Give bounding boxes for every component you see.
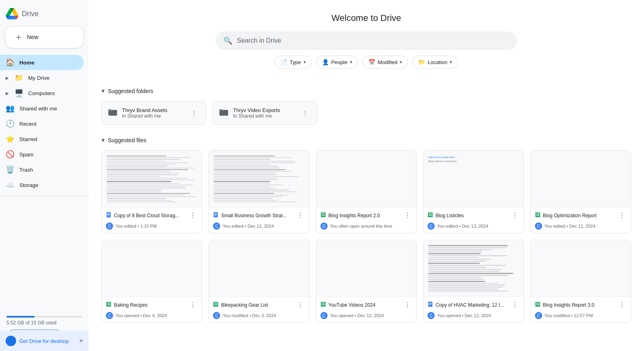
location-chevron: ▾ bbox=[450, 59, 452, 65]
folder-menu-brand[interactable]: ⋮ bbox=[189, 108, 199, 118]
logo-area: Drive bbox=[0, 3, 89, 23]
file-meta: C You edited • Dec 12, 2024 bbox=[213, 222, 305, 230]
file-meta-text: You edited • Dec 11, 2024 bbox=[545, 224, 596, 228]
folder-location-brand: In Shared with me bbox=[122, 113, 167, 119]
folder-menu-video[interactable]: ⋮ bbox=[300, 108, 310, 118]
close-desktop-bar[interactable]: × bbox=[79, 337, 83, 345]
file-meta-text: You opened • Dec 12, 2024 bbox=[330, 313, 384, 318]
svg-rect-2 bbox=[108, 109, 111, 110]
svg-rect-32 bbox=[107, 303, 110, 303]
filter-row: 📄 Type ▾ 👤 People ▾ 📅 Modified ▾ 📁 Locat… bbox=[101, 56, 631, 69]
file-title-inner: Copy of 8 Best Cloud Storag... bbox=[106, 212, 188, 219]
svg-rect-13 bbox=[321, 212, 326, 217]
svg-rect-4 bbox=[219, 109, 222, 110]
file-title-inner: YouTube Videos 2024 bbox=[320, 301, 402, 308]
folder-card-thryv-brand[interactable]: Thryv Brand Assets In Shared with me ⋮ bbox=[101, 101, 206, 125]
nav-storage[interactable]: ☁️ Storage bbox=[0, 177, 84, 193]
folder-card-thryv-video[interactable]: Thryv Video Exports In Shared with me ⋮ bbox=[213, 101, 317, 125]
file-type-icon bbox=[106, 301, 111, 308]
filter-location-label: Location bbox=[427, 59, 447, 65]
svg-rect-5 bbox=[107, 212, 111, 218]
new-button-label: New bbox=[27, 34, 38, 40]
file-type-icon bbox=[535, 301, 541, 308]
file-meta-text: You opened • Dec 4, 2024 bbox=[116, 313, 167, 318]
svg-rect-39 bbox=[214, 304, 218, 304]
svg-rect-7 bbox=[107, 214, 110, 215]
filter-people[interactable]: 👤 People ▾ bbox=[316, 56, 358, 69]
file-title-inner: Blog Insights Report 2.0 bbox=[320, 212, 402, 219]
file-preview bbox=[316, 240, 416, 297]
svg-rect-12 bbox=[215, 215, 217, 216]
file-menu[interactable]: ⋮ bbox=[295, 300, 305, 309]
file-menu[interactable]: ⋮ bbox=[295, 211, 305, 220]
nav-shared[interactable]: 👥 Shared with me bbox=[0, 101, 84, 116]
sidebar-divider bbox=[0, 196, 89, 196]
file-type-icon bbox=[427, 301, 433, 308]
file-card[interactable]: Blog Insights Report 2.0 ⋮ C You often o… bbox=[316, 150, 417, 233]
file-menu[interactable]: ⋮ bbox=[188, 211, 198, 220]
file-name: Copy of 8 Best Cloud Storag... bbox=[114, 213, 179, 218]
file-type-icon bbox=[106, 212, 111, 219]
files-grid-row2: Baking Recipes ⋮ C You opened • Dec 4, 2… bbox=[101, 240, 631, 323]
nav-recent-label: Recent bbox=[19, 121, 37, 127]
file-menu[interactable]: ⋮ bbox=[510, 300, 520, 309]
nav-my-drive[interactable]: ▶ 📁 My Drive bbox=[0, 70, 84, 85]
arrow-icon: ▶ bbox=[6, 76, 9, 80]
file-card[interactable]: Blog Optimization Report ⋮ C You edited … bbox=[530, 150, 631, 233]
nav-computers[interactable]: ▶ 🖥️ Computers bbox=[0, 85, 84, 101]
spam-icon: 🚫 bbox=[6, 150, 14, 159]
nav-trash[interactable]: 🗑️ Trash bbox=[0, 162, 84, 177]
file-menu[interactable]: ⋮ bbox=[402, 300, 412, 309]
main-content: Welcome to Drive 🔍 Search in Drive 📄 Typ… bbox=[89, 0, 644, 351]
file-card[interactable]: YouTube Videos 2024 ⋮ C You opened • Dec… bbox=[316, 240, 417, 323]
file-name: Small Business Growth Strat... bbox=[221, 213, 287, 218]
file-menu[interactable]: ⋮ bbox=[617, 300, 627, 309]
filter-type[interactable]: 📄 Type ▾ bbox=[275, 56, 312, 69]
nav-spam[interactable]: 🚫 Spam bbox=[0, 147, 84, 162]
suggested-folders-title: Suggested folders bbox=[108, 88, 153, 94]
file-title-row: Small Business Growth Strat... ⋮ bbox=[213, 211, 305, 220]
file-meta-text: You edited • Dec 12, 2024 bbox=[223, 224, 274, 228]
file-card[interactable]: Copy of 8 Best Cloud Storag... ⋮ C You e… bbox=[101, 150, 202, 233]
svg-rect-46 bbox=[321, 305, 325, 305]
plus-icon: ＋ bbox=[14, 33, 23, 42]
file-card[interactable]: https://docs.google.com/...Blog Listicle… bbox=[423, 150, 524, 233]
modified-chevron: ▾ bbox=[400, 59, 402, 65]
new-button[interactable]: ＋ New bbox=[5, 26, 84, 48]
nav-trash-label: Trash bbox=[19, 167, 33, 173]
filter-location[interactable]: 📁 Location ▾ bbox=[412, 56, 458, 69]
file-name: Blog Insights Report 2.0 bbox=[328, 213, 380, 218]
file-card[interactable]: Baking Recipes ⋮ C You opened • Dec 4, 2… bbox=[101, 240, 202, 323]
svg-rect-10 bbox=[215, 214, 217, 214]
file-title-row: Blog Insights Report 3.0 ⋮ bbox=[535, 300, 627, 309]
file-menu[interactable]: ⋮ bbox=[402, 211, 412, 220]
file-card[interactable]: Bikepacking Gear List ⋮ C You modified •… bbox=[208, 240, 309, 323]
search-bar[interactable]: 🔍 Search in Drive bbox=[215, 31, 517, 50]
nav-home[interactable]: 🏠 Home bbox=[0, 55, 84, 70]
file-footer: Blog Insights Report 3.0 ⋮ C You modifie… bbox=[531, 297, 631, 322]
file-title-inner: Baking Recipes bbox=[106, 301, 188, 308]
page-title: Welcome to Drive bbox=[101, 13, 631, 23]
avatar: C bbox=[427, 222, 435, 230]
storage-text: 5.52 GB of 15 GB used bbox=[6, 320, 82, 326]
nav-starred[interactable]: ⭐ Starred bbox=[0, 131, 84, 147]
svg-rect-22 bbox=[429, 215, 432, 216]
nav-recent[interactable]: 🕐 Recent bbox=[0, 116, 84, 131]
file-menu[interactable]: ⋮ bbox=[510, 211, 520, 220]
arrow-icon-2: ▶ bbox=[6, 91, 9, 96]
svg-rect-40 bbox=[214, 305, 218, 305]
file-card[interactable]: Copy of HVAC Marketing: 12 I... ⋮ C You … bbox=[423, 240, 524, 323]
file-footer: YouTube Videos 2024 ⋮ C You opened • Dec… bbox=[316, 297, 416, 322]
filter-modified[interactable]: 📅 Modified ▾ bbox=[362, 56, 408, 69]
file-menu[interactable]: ⋮ bbox=[188, 300, 198, 309]
filter-people-label: People bbox=[331, 59, 347, 65]
file-type-icon bbox=[213, 212, 219, 219]
file-meta-text: You often open around this time bbox=[330, 224, 392, 228]
file-card[interactable]: Blog Insights Report 3.0 ⋮ C You modifie… bbox=[530, 240, 631, 323]
svg-rect-28 bbox=[536, 215, 539, 216]
file-menu[interactable]: ⋮ bbox=[617, 211, 627, 220]
svg-rect-55 bbox=[536, 304, 539, 304]
trash-icon: 🗑️ bbox=[6, 165, 14, 174]
file-card[interactable]: Small Business Growth Strat... ⋮ C You e… bbox=[208, 150, 309, 233]
shared-icon: 👥 bbox=[6, 104, 14, 113]
